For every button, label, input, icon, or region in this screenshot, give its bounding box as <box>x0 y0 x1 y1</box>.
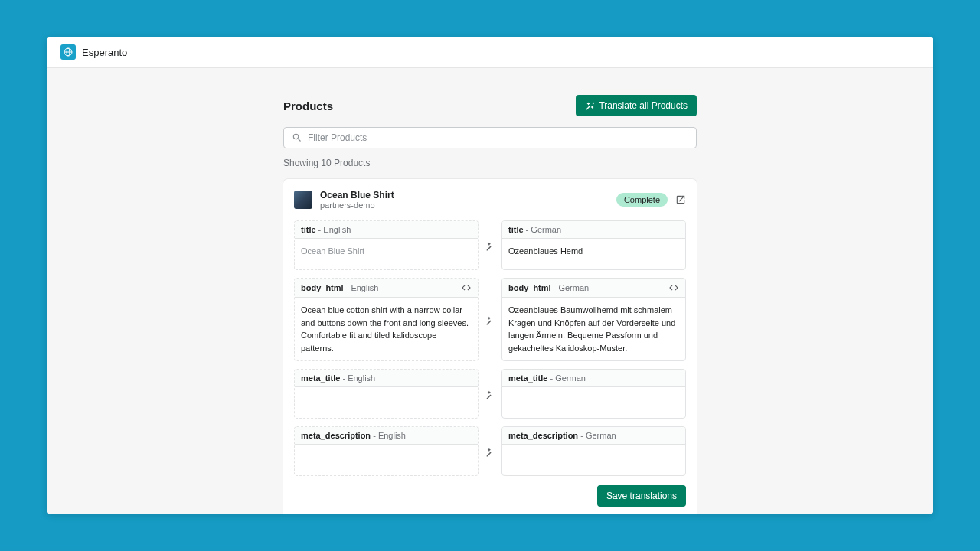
field-lang: English <box>348 373 375 383</box>
field-key: body_html <box>508 283 551 292</box>
wand-col <box>483 426 497 476</box>
status-badge: Complete <box>616 193 668 207</box>
search-icon <box>292 132 302 143</box>
app-header: Esperanto <box>47 37 933 68</box>
search-input[interactable] <box>308 132 688 143</box>
target-field-meta-desc[interactable]: meta_description - German <box>501 426 686 476</box>
field-key: body_html <box>301 283 344 292</box>
product-count: Showing 10 Products <box>283 158 697 168</box>
external-link-button[interactable] <box>675 194 686 205</box>
target-field-title[interactable]: title - German Ozeanblaues Hemd <box>501 220 686 270</box>
app-name: Esperanto <box>82 47 127 58</box>
auto-translate-button[interactable] <box>485 389 495 399</box>
auto-translate-button[interactable] <box>485 446 495 456</box>
field-lang: English <box>378 431 406 440</box>
external-link-icon <box>675 194 686 205</box>
app-window: Esperanto Products Translate all Product… <box>47 37 933 514</box>
wand-col <box>483 278 497 361</box>
wand-icon <box>485 241 495 251</box>
auto-translate-button[interactable] <box>485 315 495 324</box>
field-head: meta_title - English <box>295 370 478 387</box>
field-body[interactable] <box>502 445 685 475</box>
save-label: Save translations <box>606 491 677 501</box>
wand-col <box>483 220 497 270</box>
field-head: title - English <box>295 221 478 239</box>
code-icon[interactable] <box>461 282 472 293</box>
field-key: title <box>301 225 316 234</box>
product-handle: partners-demo <box>320 201 394 210</box>
field-head: body_html - English <box>295 279 478 298</box>
app-logo <box>60 44 76 60</box>
field-key: meta_description <box>301 431 371 440</box>
field-head: meta_description - German <box>502 427 685 445</box>
field-body <box>295 387 478 418</box>
field-lang: German <box>555 373 586 383</box>
field-body: Ocean blue cotton shirt with a narrow co… <box>295 298 478 360</box>
wand-col <box>483 369 497 419</box>
app-body: Products Translate all Products Showing … <box>47 68 933 514</box>
field-lang: German <box>531 225 561 234</box>
content: Products Translate all Products Showing … <box>283 95 697 514</box>
auto-translate-button[interactable] <box>485 240 495 250</box>
field-lang: English <box>323 225 351 234</box>
page-title: Products <box>283 99 333 112</box>
globe-icon <box>64 47 73 57</box>
field-key: meta_title <box>508 373 547 383</box>
wand-icon <box>585 101 594 110</box>
code-icon[interactable] <box>668 282 679 293</box>
save-translations-button[interactable]: Save translations <box>597 485 686 507</box>
field-body[interactable] <box>502 387 685 418</box>
field-row-body: body_html - English Ocean blue cotton sh… <box>294 278 686 361</box>
field-body[interactable]: Ozeanblaues Baumwollhemd mit schmalem Kr… <box>502 298 685 360</box>
product-info: Ocean Blue Shirt partners-demo <box>294 190 394 210</box>
field-body: Ocean Blue Shirt <box>295 239 478 269</box>
translate-all-label: Translate all Products <box>599 100 688 111</box>
field-row-meta-desc: meta_description - English meta_descript… <box>294 426 686 476</box>
field-lang: German <box>586 431 616 440</box>
product-card: Ocean Blue Shirt partners-demo Complete <box>283 179 697 514</box>
field-head: title - German <box>502 221 685 239</box>
product-actions: Complete <box>616 193 686 207</box>
product-thumbnail <box>294 191 312 209</box>
field-head: meta_description - English <box>295 427 478 445</box>
field-head: body_html - German <box>502 279 685 298</box>
field-key: title <box>508 225 524 234</box>
wand-icon <box>485 390 495 399</box>
field-key: meta_title <box>301 373 340 383</box>
product-meta: Ocean Blue Shirt partners-demo <box>320 190 394 210</box>
source-field-body: body_html - English Ocean blue cotton sh… <box>294 278 479 361</box>
field-body[interactable]: Ozeanblaues Hemd <box>502 239 685 269</box>
field-head: meta_title - German <box>502 370 685 387</box>
translate-all-button[interactable]: Translate all Products <box>576 95 697 116</box>
target-field-body[interactable]: body_html - German Ozeanblaues Baumwollh… <box>501 278 686 361</box>
field-body <box>295 445 478 475</box>
product-name: Ocean Blue Shirt <box>320 190 394 201</box>
field-row-title: title - English Ocean Blue Shirt title -… <box>294 220 686 270</box>
product-head: Ocean Blue Shirt partners-demo Complete <box>294 190 686 210</box>
source-field-meta-title: meta_title - English <box>294 369 479 419</box>
source-field-title: title - English Ocean Blue Shirt <box>294 220 479 270</box>
field-row-meta-title: meta_title - English meta_title - German <box>294 369 686 419</box>
field-key: meta_description <box>508 431 578 440</box>
field-lang: German <box>558 283 589 292</box>
search-wrap[interactable] <box>283 127 697 148</box>
wand-icon <box>485 447 495 457</box>
field-lang: English <box>351 283 378 292</box>
source-field-meta-desc: meta_description - English <box>294 426 479 476</box>
wand-icon <box>485 315 495 325</box>
card-foot: Save translations <box>294 485 686 507</box>
target-field-meta-title[interactable]: meta_title - German <box>501 369 686 419</box>
page-head: Products Translate all Products <box>283 95 697 116</box>
